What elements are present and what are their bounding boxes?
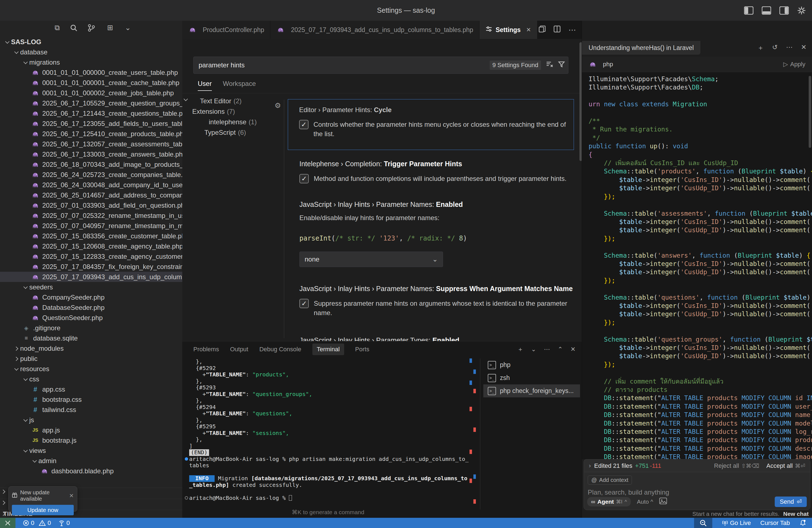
chat-code-block[interactable]: Illuminate\Support\Facades\Schema;Illumi…: [582, 72, 812, 459]
tree-item[interactable]: views: [0, 445, 182, 456]
settings-search-box[interactable]: parameter hints 9 Settings Found: [193, 57, 568, 74]
tree-item[interactable]: 2025_07_17_093943_add_cus_ins_udp_column…: [0, 272, 182, 282]
setting-suppress-when-argument-matches[interactable]: JavaScript › Inlay Hints › Parameter Nam…: [284, 285, 579, 318]
tree-item[interactable]: #tailwind.css: [0, 405, 182, 415]
toc-item[interactable]: TypeScript(6): [182, 127, 284, 138]
history-icon[interactable]: ↺: [772, 43, 778, 52]
problems-indicator[interactable]: 0 0: [23, 519, 51, 527]
toast-close-icon[interactable]: ✕: [69, 493, 74, 499]
scrollbar-thumb[interactable]: [809, 76, 811, 148]
tree-item[interactable]: JSapp.js: [0, 425, 182, 435]
checkbox-checked[interactable]: ✓: [299, 120, 308, 129]
tree-item[interactable]: dashboard.blade.php: [0, 466, 182, 476]
checkbox-checked[interactable]: ✓: [300, 299, 309, 308]
tree-item[interactable]: 2025_06_24_025723_create_companies_table…: [0, 170, 182, 180]
model-selector[interactable]: Auto ^: [637, 498, 653, 505]
more-actions-icon[interactable]: ⋯: [544, 346, 550, 353]
ports-indicator[interactable]: 0: [58, 519, 70, 527]
setting-parameter-types-enabled[interactable]: JavaScript › Inlay Hints › Parameter Typ…: [284, 336, 579, 341]
tree-item[interactable]: 2025_06_17_121443_create_questions_table…: [0, 108, 182, 118]
toc-item[interactable]: Text Editor(2): [182, 96, 284, 106]
tree-item[interactable]: 2025_06_17_105529_create_question_groups…: [0, 98, 182, 108]
tree-item[interactable]: 0001_01_01_000000_create_users_table.php: [0, 68, 182, 78]
panel-tab-problems[interactable]: Problems: [193, 346, 219, 353]
tree-item[interactable]: 2025_07_15_120608_create_agency_table.ph…: [0, 241, 182, 251]
settings-search-value[interactable]: parameter hints: [199, 61, 490, 69]
checkbox-checked[interactable]: ✓: [300, 174, 309, 184]
tree-item[interactable]: 2025_06_24_030048_add_company_id_to_user…: [0, 180, 182, 190]
apply-button[interactable]: ▷ Apply: [783, 61, 806, 68]
tree-item[interactable]: js: [0, 415, 182, 425]
close-panel-icon[interactable]: ✕: [570, 346, 576, 353]
toc-item[interactable]: Extensions(7): [182, 106, 284, 117]
tab-migration-file[interactable]: 2025_07_17_093943_add_cus_ins_udp_column…: [271, 21, 479, 39]
tab-productcontroller[interactable]: ProductController.php: [182, 21, 271, 39]
tree-item[interactable]: public: [0, 353, 182, 364]
views-chevron-icon[interactable]: ⌄: [123, 24, 133, 32]
scope-workspace[interactable]: Workspace: [223, 80, 256, 91]
tree-item[interactable]: 2025_06_17_125410_create_products_table.…: [0, 129, 182, 139]
setting-gear-icon[interactable]: ⚙: [275, 101, 281, 110]
terminal-session-zsh[interactable]: >_zsh: [483, 371, 580, 384]
cursor-tab-indicator[interactable]: Cursor Tab: [760, 519, 790, 527]
toc-item[interactable]: intelephense(1): [182, 117, 284, 127]
tree-item[interactable]: DatabaseSeeder.php: [0, 303, 182, 312]
source-control-icon[interactable]: [88, 24, 97, 32]
more-actions-icon[interactable]: ⋯: [568, 25, 576, 34]
terminal-session-php[interactable]: >_php: [483, 358, 580, 371]
tree-root[interactable]: SAS-LOG: [0, 37, 182, 47]
tree-item[interactable]: css: [0, 374, 182, 384]
tree-item[interactable]: 2025_06_17_133003_create_answers_table.p…: [0, 149, 182, 159]
tree-item[interactable]: resources: [0, 364, 182, 374]
add-context-button[interactable]: @ Add context: [588, 475, 632, 485]
close-panel-icon[interactable]: ✕: [801, 43, 807, 52]
settings-gear-icon[interactable]: [797, 6, 806, 15]
tree-item[interactable]: 2025_06_18_070343_add_image_to_products_…: [0, 159, 182, 170]
tree-item[interactable]: 0001_01_01_000001_create_cache_table.php: [0, 78, 182, 88]
maximize-panel-icon[interactable]: ⌃: [557, 346, 563, 353]
tree-item[interactable]: 2025_06_17_132057_create_assessments_tab…: [0, 139, 182, 149]
tree-item[interactable]: 2025_07_07_040957_rename_timestamp_in_mu…: [0, 221, 182, 231]
tree-item[interactable]: #app.css: [0, 384, 182, 394]
zoom-indicator[interactable]: [694, 518, 712, 528]
tree-item[interactable]: QuestionSeeder.php: [0, 312, 182, 323]
new-file-icon[interactable]: ⧉: [53, 24, 62, 32]
parameter-names-select[interactable]: none ⌄: [300, 252, 443, 267]
tree-item[interactable]: 2025_07_17_084357_fix_foreign_key_constr…: [0, 262, 182, 272]
chat-input-placeholder[interactable]: Plan, search, build anything: [588, 488, 806, 496]
open-changes-icon[interactable]: [539, 25, 546, 34]
tree-item[interactable]: 2025_06_17_123055_add_fields_to_users_ta…: [0, 118, 182, 129]
edited-files-bar[interactable]: › Edited 21 files +751 -111 Reject all⇧⌘…: [584, 459, 810, 472]
tree-item[interactable]: node_modules: [0, 343, 182, 353]
terminal-output[interactable]: }, {#5292 +"TABLE_NAME": "products", }, …: [185, 358, 469, 507]
tree-item[interactable]: ≡database.sqlite: [0, 333, 182, 343]
more-actions-icon[interactable]: ⋯: [786, 43, 793, 52]
toggle-secondary-sidebar-icon[interactable]: [779, 6, 789, 15]
tree-item[interactable]: admin: [0, 456, 182, 466]
setting-cycle[interactable]: Editor › Parameter Hints: Cycle ✓ Contro…: [288, 99, 574, 150]
new-chat-icon[interactable]: ＋: [757, 43, 764, 52]
tree-item[interactable]: seeders: [0, 282, 182, 292]
tree-item[interactable]: 0001_01_01_000002_create_jobs_table.php: [0, 88, 182, 98]
tree-item[interactable]: JSbootstrap.js: [0, 435, 182, 445]
search-icon[interactable]: [70, 24, 79, 31]
send-button[interactable]: Send⏎: [775, 497, 807, 507]
update-now-button[interactable]: Update now: [12, 505, 74, 515]
close-tab-icon[interactable]: ✕: [526, 27, 531, 33]
tree-item[interactable]: database: [0, 47, 182, 57]
remote-indicator[interactable]: [0, 518, 15, 528]
chat-input-box[interactable]: @ Add context Plan, search, build anythi…: [584, 472, 810, 510]
attach-image-icon[interactable]: [659, 498, 667, 506]
chat-tab[interactable]: Understanding whereHas() in Laravel: [582, 41, 700, 55]
reject-all-button[interactable]: Reject all⇧⌘⌫: [714, 462, 759, 469]
terminal-session-php[interactable]: >_php check_foreign_keys...: [483, 384, 580, 397]
tree-item[interactable]: 2025_07_15_122833_create_agency_customer…: [0, 251, 182, 262]
scope-user[interactable]: User: [198, 80, 212, 91]
tree-item[interactable]: 2025_06_25_014657_add_address_to_compani…: [0, 190, 182, 200]
notifications-bell-icon[interactable]: [799, 519, 807, 527]
panel-tab-terminal[interactable]: Terminal: [313, 343, 344, 355]
tree-item[interactable]: #bootstrap.css: [0, 394, 182, 405]
tree-item[interactable]: CompanySeeder.php: [0, 292, 182, 303]
tree-item[interactable]: ◈.gitignore: [0, 323, 182, 333]
split-editor-icon[interactable]: [553, 25, 561, 34]
